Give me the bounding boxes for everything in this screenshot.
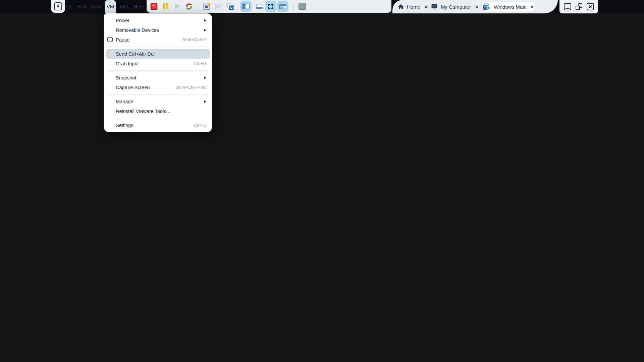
menubar-item-vm-active[interactable]: VM (105, 0, 116, 13)
tab-my-computer[interactable]: My Computer ✕ (431, 0, 479, 13)
vmware-workstation-window: { "menubar": { "pin_icon": "pushpin-icon… (0, 0, 644, 362)
menubar-item-tabs[interactable]: Tabs (117, 0, 131, 13)
menu-item-label: Grab Input (116, 61, 139, 66)
home-icon (398, 4, 404, 9)
monitor-icon (431, 4, 438, 10)
menu-separator (107, 94, 209, 95)
menu-item-grab-input[interactable]: Grab Input Ctrl+G (106, 59, 210, 68)
menu-item-label: Reinstall VMware Tools... (116, 109, 170, 114)
menu-item-power[interactable]: Power (106, 15, 210, 25)
menu-item-shortcut: Ctrl+D (194, 123, 207, 128)
unity-view-icon (279, 4, 286, 9)
close-tab-icon[interactable]: ✕ (530, 5, 534, 9)
menu-separator (107, 47, 209, 47)
menu-item-label: Power (116, 18, 129, 23)
blank-screen-icon (299, 3, 306, 10)
menu-item-label: Settings (116, 123, 133, 128)
play-icon (174, 3, 181, 10)
vm-display[interactable] (0, 13, 644, 362)
pause-checkbox[interactable] (107, 37, 113, 42)
blank-screen-button[interactable] (297, 1, 308, 12)
menu-item-shortcut: Shift+Ctrl+Print (176, 85, 207, 90)
snapshot-manager-button[interactable] (224, 1, 236, 12)
tab-label: My Computer (441, 4, 471, 10)
restore-icon-front (576, 6, 580, 10)
menubar-item-edit[interactable]: Edit (76, 0, 88, 13)
pause-icon (162, 3, 169, 10)
vm-icon (483, 3, 491, 10)
menu-separator (107, 118, 209, 118)
menu-item-snapshot[interactable]: Snapshot (106, 73, 210, 82)
menu-item-settings[interactable]: Settings Ctrl+D (106, 120, 210, 130)
power-off-button[interactable] (148, 1, 160, 12)
tab-windows-main-active[interactable]: Windows Main ✕ (482, 2, 535, 12)
library-panel-toggle-button[interactable] (240, 1, 252, 12)
pushpin-icon (56, 4, 60, 9)
library-panel-icon (242, 3, 250, 9)
power-off-icon (150, 3, 158, 10)
tab-label: Home (407, 4, 420, 10)
submenu-arrow-icon (204, 76, 206, 79)
tab-label: Windows Main (494, 4, 527, 10)
window-controls-panel: ✕ (559, 0, 598, 13)
menu-item-label: Removable Devices (116, 27, 159, 33)
tab-home[interactable]: Home ✕ (398, 0, 428, 13)
submenu-arrow-icon (204, 29, 206, 32)
toolbar-separator (293, 2, 293, 11)
menu-item-label: Snapshot (116, 75, 136, 80)
take-snapshot-button[interactable] (201, 1, 213, 12)
fullscreen-icon (268, 4, 274, 9)
menubar-item-help[interactable]: Help (132, 0, 146, 13)
reset-vm-button[interactable] (183, 1, 195, 12)
play-vm-button[interactable] (172, 1, 183, 12)
menu-item-label: Manage (116, 99, 133, 104)
menubar-item-file[interactable]: File (62, 0, 74, 13)
toolbar-separator (198, 2, 198, 11)
menu-separator (107, 70, 209, 71)
menu-item-pause[interactable]: Pause Shift+Ctrl+P (106, 35, 210, 45)
menu-item-send-ctrl-alt-del[interactable]: Send Ctrl+Alt+Del (106, 49, 210, 59)
console-view-icon (256, 4, 263, 9)
menu-item-reinstall-vmware-tools[interactable]: Reinstall VMware Tools... (106, 106, 210, 116)
fullscreen-button[interactable] (265, 1, 276, 12)
take-snapshot-icon (203, 2, 211, 10)
snapshot-manager-icon (226, 2, 234, 10)
revert-snapshot-icon (214, 2, 222, 10)
menu-item-label: Send Ctrl+Alt+Del (116, 51, 155, 57)
submenu-arrow-icon (204, 100, 206, 103)
menu-item-removable-devices[interactable]: Removable Devices (106, 25, 210, 35)
menu-item-shortcut: Ctrl+G (194, 61, 207, 66)
toolbar-separator (237, 2, 237, 11)
restore-button[interactable] (575, 3, 583, 10)
close-window-button[interactable]: ✕ (587, 3, 594, 10)
pin-toolbar-button[interactable] (54, 2, 62, 10)
menubar-item-view[interactable]: View (89, 0, 103, 13)
menu-item-label: Capture Screen (116, 85, 150, 90)
menu-item-label: Pause (116, 37, 129, 43)
menu-item-shortcut: Shift+Ctrl+P (182, 37, 207, 42)
submenu-arrow-icon (204, 19, 206, 22)
close-tab-icon[interactable]: ✕ (475, 5, 479, 9)
vm-dropdown-menu: Power Removable Devices Pause Shift+Ctrl… (104, 13, 212, 132)
console-view-button[interactable] (254, 1, 265, 12)
pause-vm-button[interactable] (160, 1, 171, 12)
menu-item-manage[interactable]: Manage (106, 97, 210, 106)
unity-view-button[interactable] (277, 1, 288, 12)
revert-snapshot-button[interactable] (213, 1, 224, 12)
minimize-button[interactable] (564, 3, 571, 10)
close-tab-icon[interactable]: ✕ (424, 5, 428, 9)
top-bar: File Edit View VM Tabs Help (0, 0, 644, 13)
reset-icon (185, 3, 193, 10)
menu-item-capture-screen[interactable]: Capture Screen Shift+Ctrl+Print (106, 82, 210, 92)
